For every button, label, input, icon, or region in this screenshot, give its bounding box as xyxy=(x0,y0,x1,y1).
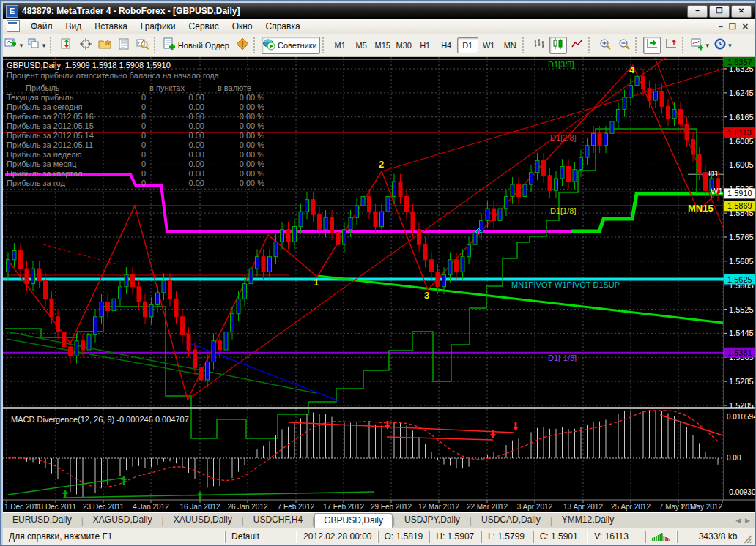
toolbar: ▼▼Новый Ордер!СоветникиM1M5M15M30H1H4D1W… xyxy=(3,34,755,57)
svg-text:W1: W1 xyxy=(711,187,723,195)
tab-xagusd-daily[interactable]: XAGUSD,Daily xyxy=(84,512,162,528)
status-bar: Для справки, нажмите F1 Default 2012.02.… xyxy=(3,528,755,545)
svg-text:D1: D1 xyxy=(708,169,719,178)
toolbar-separator xyxy=(635,37,641,53)
child-minimize-button[interactable]: – xyxy=(719,22,723,31)
auto-scroll-button[interactable] xyxy=(643,37,661,54)
child-close-button[interactable]: ✕ xyxy=(742,22,749,31)
data-window-icon xyxy=(117,37,130,53)
minimize-button[interactable]: – xyxy=(687,5,708,18)
close-button[interactable]: ✕ xyxy=(731,5,752,18)
svg-text:1.5525: 1.5525 xyxy=(729,305,754,314)
experts-button[interactable]: Советники xyxy=(262,37,320,54)
child-restore-button[interactable]: ❐ xyxy=(729,22,736,31)
menu-item-help[interactable]: Справка xyxy=(259,20,307,33)
timeframe-h4-button[interactable]: H4 xyxy=(436,37,457,53)
timeframe-w1-button[interactable]: W1 xyxy=(478,37,500,53)
menu-item-window[interactable]: Окно xyxy=(226,20,259,33)
zoom-in-icon xyxy=(598,37,612,53)
tab-ymm12-daily[interactable]: YMM12,Daily xyxy=(552,512,623,528)
profiles-button[interactable]: ▼ xyxy=(26,37,48,54)
timeframe-m1-button[interactable]: M1 xyxy=(330,37,351,53)
data-window-button[interactable] xyxy=(115,37,133,54)
tab-gbpusd-daily[interactable]: GBPUSD,Daily xyxy=(314,513,393,528)
svg-text:MN1PIVOT W1PIVOT D1SUP: MN1PIVOT W1PIVOT D1SUP xyxy=(511,280,620,289)
svg-text:16 Jan 2012: 16 Jan 2012 xyxy=(179,503,220,511)
profiles-icon xyxy=(27,37,40,53)
menu-item-file[interactable]: Файл xyxy=(24,20,59,33)
price-chart[interactable]: D1[3/8]D1[2/8]D1W1D1[1/8]MN1PIVOT W1PIVO… xyxy=(3,57,755,512)
zoom-out-button[interactable] xyxy=(615,37,633,54)
svg-text:29 Feb 2012: 29 Feb 2012 xyxy=(371,503,412,511)
svg-text:23 Dec 2011: 23 Dec 2011 xyxy=(83,503,124,511)
svg-text:3: 3 xyxy=(424,290,429,301)
market-watch-icon xyxy=(60,37,73,53)
svg-text:17 May 2012: 17 May 2012 xyxy=(680,503,722,511)
status-traffic: 3433/8 kb xyxy=(677,531,743,543)
zoom-in-button[interactable] xyxy=(596,37,614,54)
menu-bar: ФайлВидВставкаГрафикиСервисОкноСправка –… xyxy=(3,19,755,34)
menu-item-view[interactable]: Вид xyxy=(59,20,89,33)
market-watch-button[interactable] xyxy=(58,37,75,54)
window-controls: –❐✕ xyxy=(687,5,752,18)
timeframe-m5-button[interactable]: M5 xyxy=(351,37,372,53)
chart-window-icon xyxy=(7,20,20,32)
templates-button[interactable] xyxy=(96,37,114,54)
timeframe-h1-button[interactable]: H1 xyxy=(415,37,436,53)
periods-button[interactable]: ▼ xyxy=(713,37,734,54)
tab-usdcad-daily[interactable]: USDCAD,Daily xyxy=(472,512,550,528)
chart-region[interactable]: D1[3/8]D1[2/8]D1W1D1[1/8]MN1PIVOT W1PIVO… xyxy=(3,57,755,512)
timeframe-m30-button[interactable]: M30 xyxy=(393,37,415,53)
toolbar-separator xyxy=(322,37,328,53)
resize-grip[interactable] xyxy=(743,534,753,545)
status-datetime: 2012.02.28 00:00 xyxy=(297,531,377,543)
tab-eurusd-daily[interactable]: EURUSD,Daily xyxy=(3,512,81,528)
indicators-button[interactable]: ▼ xyxy=(690,37,711,54)
crosshair-button[interactable] xyxy=(77,37,94,54)
menu-item-charts[interactable]: Графики xyxy=(134,20,182,33)
svg-text:1: 1 xyxy=(314,277,319,288)
svg-text:D1[1/8]: D1[1/8] xyxy=(550,206,576,215)
window-title: 483879: MetaTrader 4 - RoboForex - [GBPU… xyxy=(22,6,240,16)
chart-shift-button[interactable] xyxy=(662,37,680,54)
templates-icon xyxy=(98,37,111,53)
tab-usdjpy-daily[interactable]: USDJPY,Daily xyxy=(395,512,470,528)
svg-text:1.6165: 1.6165 xyxy=(729,113,754,121)
toolbar-separator xyxy=(522,37,528,53)
pane-splitter[interactable] xyxy=(3,407,755,409)
new-chart-icon xyxy=(4,37,18,53)
svg-text:13 Apr 2012: 13 Apr 2012 xyxy=(563,503,603,511)
restore-button[interactable]: ❐ xyxy=(709,5,730,18)
candles-chart-icon xyxy=(552,37,565,53)
line-chart-icon xyxy=(571,37,584,53)
status-help-text: Для справки, нажмите F1 xyxy=(3,531,225,543)
auto-scroll-icon xyxy=(645,37,659,53)
bars-chart-button[interactable] xyxy=(530,37,548,54)
svg-text:-0.00930: -0.00930 xyxy=(727,488,755,496)
line-chart-button[interactable] xyxy=(568,37,586,54)
toolbar-separator xyxy=(154,37,160,53)
menu-item-insert[interactable]: Вставка xyxy=(88,20,134,33)
tab-xauusd-daily[interactable]: XAUUSD,Daily xyxy=(164,512,242,528)
tabs-scroll-right-icon[interactable]: ▶ xyxy=(745,517,750,524)
svg-text:17 Feb 2012: 17 Feb 2012 xyxy=(323,503,365,511)
tab-usdchf-h4[interactable]: USDCHF,H4 xyxy=(244,512,312,528)
alert-button[interactable]: ! xyxy=(234,37,251,54)
timeframe-m15-button[interactable]: M15 xyxy=(372,37,393,53)
alert-icon: ! xyxy=(236,37,249,53)
timeframe-d1-button[interactable]: D1 xyxy=(457,37,478,53)
periods-icon xyxy=(714,37,727,53)
new-order-button[interactable]: Новый Ордер xyxy=(162,37,232,54)
app-logo-icon: E xyxy=(6,5,18,18)
new-chart-button[interactable]: ▼ xyxy=(4,37,25,54)
candles-chart-button[interactable] xyxy=(549,37,567,54)
svg-text:!: ! xyxy=(241,40,243,48)
tabs-scroll-left-icon[interactable]: ◀ xyxy=(735,517,741,524)
svg-text:26 Jan 2012: 26 Jan 2012 xyxy=(227,503,267,511)
timeframe-mn-button[interactable]: MN xyxy=(500,37,521,53)
tester-button[interactable] xyxy=(134,37,152,54)
menu-item-service[interactable]: Сервис xyxy=(182,20,226,33)
svg-text:1.6357: 1.6357 xyxy=(727,58,752,67)
svg-text:1.5625: 1.5625 xyxy=(727,275,752,284)
svg-text:D1[-1/8]: D1[-1/8] xyxy=(548,354,577,362)
